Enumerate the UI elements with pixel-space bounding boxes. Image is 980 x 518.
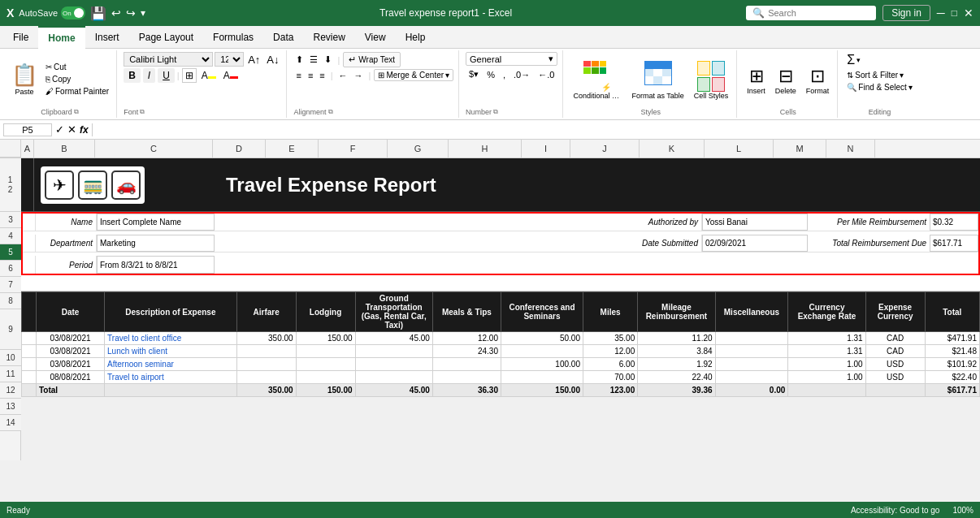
formula-check-icon[interactable]: ✓ <box>55 123 64 136</box>
format-painter-button[interactable]: 🖌 Format Painter <box>43 86 111 97</box>
more-icon[interactable]: ▾ <box>141 7 145 19</box>
cell-row10-currency[interactable]: CAD <box>865 332 925 345</box>
percent-button[interactable]: % <box>483 68 498 81</box>
cell-row10-exchange[interactable]: 1.31 <box>788 332 865 345</box>
cell-row11-exchange[interactable]: 1.31 <box>788 345 865 358</box>
dept-value[interactable]: Marketing <box>97 235 215 252</box>
cell-row11-conf[interactable] <box>501 345 583 358</box>
cell-row13-ground[interactable] <box>355 371 432 384</box>
cell-row12-mileage[interactable]: 1.92 <box>638 358 715 371</box>
sort-filter-button[interactable]: ⇅ Sort & Filter ▾ <box>844 70 914 80</box>
search-input[interactable] <box>768 8 849 18</box>
cell-row13-conf[interactable] <box>501 371 583 384</box>
increase-decimal-button[interactable]: .0→ <box>510 68 533 81</box>
row-header-3[interactable]: 3 <box>0 212 21 228</box>
align-bottom-icon[interactable]: ⬇ <box>322 54 334 66</box>
auth-value[interactable]: Yossi Banai <box>702 214 808 231</box>
row-header-7[interactable]: 7 <box>0 277 21 293</box>
indent-increase-icon[interactable]: → <box>352 70 366 81</box>
tab-formulas[interactable]: Formulas <box>203 26 263 49</box>
cell-row11-date[interactable]: 03/08/2021 <box>36 345 104 358</box>
cell-row12-total[interactable]: $101.92 <box>925 358 979 371</box>
col-header-D[interactable]: D <box>213 140 266 158</box>
col-header-L[interactable]: L <box>705 140 774 158</box>
indent-decrease-icon[interactable]: ← <box>336 70 350 81</box>
number-format-dropdown[interactable]: General ▾ <box>466 52 557 66</box>
undo-icon[interactable]: ↩ <box>111 6 121 19</box>
cell-row10-ground[interactable]: 45.00 <box>355 332 432 345</box>
cell-reference-box[interactable] <box>3 123 52 136</box>
cell-row13-mileage[interactable]: 22.40 <box>638 371 715 384</box>
redo-icon[interactable]: ↪ <box>126 6 136 19</box>
cell-row11-lodging[interactable] <box>296 345 355 358</box>
cell-row11-mileage[interactable]: 3.84 <box>638 345 715 358</box>
date-value[interactable]: 02/09/2021 <box>702 235 808 252</box>
currency-button[interactable]: $▾ <box>466 67 482 81</box>
col-header-E[interactable]: E <box>266 140 319 158</box>
row-header-6[interactable]: 6 <box>0 261 21 277</box>
cell-row11-ground[interactable] <box>355 345 432 358</box>
cell-row10-miles[interactable]: 35.00 <box>583 332 637 345</box>
align-center-icon[interactable]: ≡ <box>306 70 315 81</box>
cell-row10-mileage[interactable]: 11.20 <box>638 332 715 345</box>
cell-row13-misc[interactable] <box>715 371 788 384</box>
insert-cells-button[interactable]: ⊞ Insert <box>744 64 769 97</box>
cell-row12-desc[interactable]: Afternoon seminar <box>105 358 237 371</box>
tab-review[interactable]: Review <box>303 26 354 49</box>
minimize-icon[interactable]: ─ <box>937 6 945 19</box>
autosum-button[interactable]: Σ ▾ <box>844 52 914 68</box>
format-cells-button[interactable]: ⊡ Format <box>803 64 833 97</box>
signin-button[interactable]: Sign in <box>882 5 930 21</box>
cell-row12-ground[interactable] <box>355 358 432 371</box>
cell-row11-total[interactable]: $21.48 <box>925 345 979 358</box>
cell-row10-conf[interactable]: 50.00 <box>501 332 583 345</box>
clipboard-expand-icon[interactable]: ⧉ <box>74 108 79 116</box>
cell-row12-lodging[interactable] <box>296 358 355 371</box>
row-header-14[interactable]: 14 <box>0 415 21 431</box>
decrease-decimal-button[interactable]: ←.0 <box>535 68 557 81</box>
conditional-formatting-button[interactable]: ⚡ Conditional Formatting <box>570 59 625 101</box>
font-family-select[interactable]: Calibri Light <box>124 52 213 67</box>
number-expand-icon[interactable]: ⧉ <box>493 108 498 116</box>
row-header-12[interactable]: 12 <box>0 382 21 399</box>
save-icon[interactable]: 💾 <box>90 6 106 21</box>
cell-row10-date[interactable]: 03/08/2021 <box>36 332 104 345</box>
underline-button[interactable]: U <box>158 68 175 83</box>
alignment-expand-icon[interactable]: ⧉ <box>328 108 333 116</box>
paste-button[interactable]: 📋 Paste <box>8 61 41 97</box>
font-expand-icon[interactable]: ⧉ <box>140 108 145 116</box>
col-header-N[interactable]: N <box>826 140 875 158</box>
col-header-J[interactable]: J <box>570 140 640 158</box>
cell-row12-currency[interactable]: USD <box>865 358 925 371</box>
cell-row11-airfare[interactable] <box>236 345 296 358</box>
close-icon[interactable]: ✕ <box>964 6 973 19</box>
col-header-C[interactable]: C <box>95 140 213 158</box>
cell-row10-total[interactable]: $471.91 <box>925 332 979 345</box>
cell-row12-misc[interactable] <box>715 358 788 371</box>
row-header-4[interactable]: 4 <box>0 228 21 244</box>
find-select-button[interactable]: 🔍 Find & Select ▾ <box>844 82 914 93</box>
cell-row13-desc[interactable]: Travel to airport <box>105 371 237 384</box>
cell-row10-lodging[interactable]: 150.00 <box>296 332 355 345</box>
merge-center-button[interactable]: ⊞ Merge & Center ▾ <box>374 69 453 81</box>
cell-row13-exchange[interactable]: 1.00 <box>788 371 865 384</box>
col-header-M[interactable]: M <box>774 140 826 158</box>
cell-row10-airfare[interactable]: 350.00 <box>236 332 296 345</box>
align-top-icon[interactable]: ⬆ <box>293 54 306 66</box>
cell-row12-meals[interactable] <box>432 358 501 371</box>
tab-data[interactable]: Data <box>263 26 303 49</box>
cell-styles-button[interactable]: Cell Styles <box>691 59 732 101</box>
increase-font-icon[interactable]: A↑ <box>245 53 262 67</box>
font-color-button[interactable]: A <box>221 69 241 82</box>
cell-row13-date[interactable]: 08/08/2021 <box>36 371 104 384</box>
cell-row13-lodging[interactable] <box>296 371 355 384</box>
cell-row13-currency[interactable]: USD <box>865 371 925 384</box>
cell-row11-miles[interactable]: 12.00 <box>583 345 637 358</box>
decrease-font-icon[interactable]: A↓ <box>264 53 281 67</box>
col-header-F[interactable]: F <box>319 140 388 158</box>
cell-row13-airfare[interactable] <box>236 371 296 384</box>
bold-button[interactable]: B <box>124 68 141 83</box>
comma-button[interactable]: , <box>500 68 509 81</box>
maximize-icon[interactable]: □ <box>952 7 957 19</box>
format-as-table-button[interactable]: Format as Table <box>628 59 687 101</box>
